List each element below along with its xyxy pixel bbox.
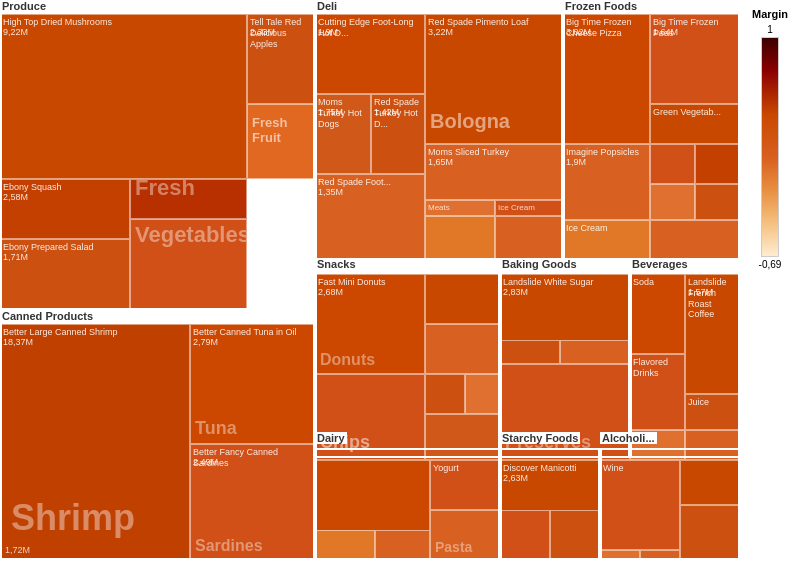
cell-sardines: Better Fancy Canned Sardines 2,49M Sardi… <box>190 444 315 560</box>
cell-cutting-edge: Cutting Edge Foot-Long Hot D... 1,9M <box>315 14 425 94</box>
cell-frozen-misc5 <box>650 220 740 260</box>
cell-snacks-misc3 <box>425 374 465 414</box>
cell-moms-sliced: Moms Sliced Turkey 1,65M <box>425 144 563 200</box>
cell-juice: Juice <box>685 394 740 430</box>
legend-title: Margin <box>752 8 788 20</box>
cell-alc-misc4 <box>680 505 740 560</box>
cell-baking-misc1 <box>500 340 560 364</box>
cell-red-spade-turkey: Red Spade Turkey Hot D... 1,42M <box>371 94 425 174</box>
cell-snacks-misc1 <box>425 274 500 324</box>
legend-max: 1 <box>767 24 773 35</box>
section-beverages: Beverages <box>630 258 690 270</box>
cell-snacks-misc5 <box>425 414 500 460</box>
cell-apples: Tell Tale Red Delicious Apples 2,33M <box>247 14 315 104</box>
section-starchy: Starchy Foods <box>500 432 580 444</box>
cell-fresh-veg-label: Fresh <box>130 179 247 219</box>
cell-donuts: Fast Mini Donuts 2,68M Donuts <box>315 274 425 374</box>
cell-red-spade-foot: Red Spade Foot... 1,35M <box>315 174 425 260</box>
legend-min: -0,69 <box>759 259 782 270</box>
cell-deli-misc2 <box>495 216 563 260</box>
cell-alc-misc2 <box>600 550 640 560</box>
cell-mushrooms: High Top Dried Mushrooms 9,22M <box>0 14 247 179</box>
cell-flavored-drinks: Flavored Drinks <box>630 354 685 430</box>
cell-veg-label: Vegetables <box>130 219 247 310</box>
cell-alc-misc1 <box>680 460 740 505</box>
cell-meats: Meats <box>425 200 495 216</box>
cell-alc-misc3 <box>640 550 680 560</box>
section-alcoholic: Alcoholi... <box>600 432 657 444</box>
cell-prepared-salad: Ebony Prepared Salad 1,71M <box>0 239 130 310</box>
cell-chips: Chips <box>315 374 425 460</box>
cell-preserves: Preserves <box>500 364 630 460</box>
cell-yogurt: Yogurt <box>430 460 500 510</box>
section-dairy: Dairy <box>315 432 347 444</box>
cell-frozen-misc4 <box>695 184 740 220</box>
cell-dairy-misc1 <box>315 530 375 560</box>
section-frozen: Frozen Foods <box>563 0 639 12</box>
cell-frozen-misc3 <box>650 184 695 220</box>
cell-deli-misc1 <box>425 216 495 260</box>
cell-moms-turkey: Moms Turkey Hot Dogs 1,75M <box>315 94 371 174</box>
legend: Margin 1 -0,69 <box>740 0 800 568</box>
cell-shrimp: Better Large Canned Shrimp 18,37M Shrimp… <box>0 324 190 560</box>
cell-big-time-peas: Big Time Frozen Peas 1,64M <box>650 14 740 104</box>
cell-green-veg: Green Vegetab... <box>650 104 740 144</box>
cell-bev-misc2 <box>685 430 740 460</box>
section-produce: Produce <box>0 0 48 12</box>
cell-imagine-popsicles: Imagine Popsicles 1,9M <box>563 144 650 220</box>
cell-ice-cream2: Ice Cream <box>563 220 650 260</box>
legend-bar <box>761 37 779 257</box>
cell-frozen-misc1 <box>650 144 695 184</box>
section-snacks: Snacks <box>315 258 358 270</box>
cell-landslide-coffee: Landslide French Roast Coffee 1,57M <box>685 274 740 394</box>
cell-ice-cream-deli: Ice Cream <box>495 200 563 216</box>
cell-starchy-misc1 <box>500 510 550 560</box>
cell-bologna: Red Spade Pimento Loaf 3,22M Bologna <box>425 14 563 144</box>
cell-pasta: Pasta <box>430 510 500 560</box>
cell-frozen-misc2 <box>695 144 740 184</box>
chart-area: Produce Deli Frozen Foods Canned Product… <box>0 0 740 568</box>
cell-squash: Ebony Squash 2,58M <box>0 179 130 239</box>
cell-baking-misc2 <box>560 340 630 364</box>
cell-soda: Soda <box>630 274 685 354</box>
section-baking: Baking Goods <box>500 258 579 270</box>
section-canned: Canned Products <box>0 310 95 322</box>
section-deli: Deli <box>315 0 339 12</box>
cell-snacks-misc2 <box>425 324 500 374</box>
cell-snacks-misc4 <box>465 374 500 414</box>
main-container: Produce Deli Frozen Foods Canned Product… <box>0 0 800 568</box>
cell-starchy-misc2 <box>550 510 600 560</box>
cell-big-time-pizza: Big Time Frozen Cheese Pizza 3,02M <box>563 14 650 144</box>
cell-tuna: Better Canned Tuna in Oil 2,79M Tuna <box>190 324 315 444</box>
cell-dairy-misc2 <box>375 530 430 560</box>
cell-wine: Wine <box>600 460 680 550</box>
cell-fresh-fruit: Fresh Fruit <box>247 104 315 179</box>
